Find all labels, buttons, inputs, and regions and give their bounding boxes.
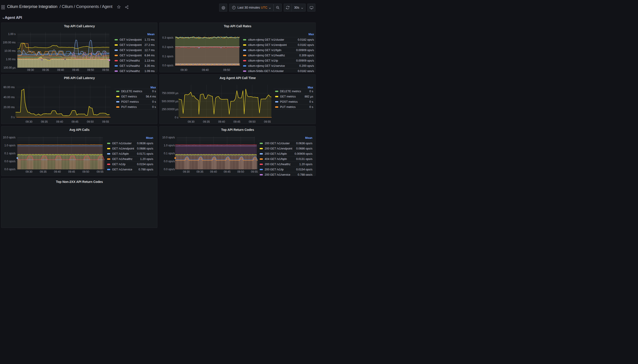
svg-text:09:45: 09:45	[233, 120, 240, 124]
svg-text:100.00 µs: 100.00 µs	[4, 66, 16, 69]
svg-text:09:35: 09:35	[42, 68, 49, 72]
svg-text:09:50: 09:50	[237, 170, 244, 173]
svg-text:09:40: 09:40	[218, 120, 225, 124]
svg-text:60.00 ms: 60.00 ms	[4, 86, 15, 89]
svg-text:1.00 s: 1.00 s	[8, 32, 16, 36]
svg-text:09:30: 09:30	[26, 120, 32, 124]
svg-text:09:45: 09:45	[72, 68, 79, 72]
svg-text:09:55: 09:55	[102, 68, 109, 72]
svg-text:09:40: 09:40	[54, 170, 61, 173]
svg-text:1.0 ops/s: 1.0 ops/s	[4, 144, 16, 147]
svg-text:09:55: 09:55	[264, 120, 271, 124]
svg-text:09:35: 09:35	[41, 120, 48, 124]
svg-text:0.1 ops/s: 0.1 ops/s	[4, 152, 16, 155]
svg-text:20.00 ms: 20.00 ms	[4, 106, 15, 109]
svg-text:09:50: 09:50	[87, 120, 94, 124]
svg-text:40.00 ms: 40.00 ms	[4, 96, 15, 99]
svg-text:10.0 ops/s: 10.0 ops/s	[162, 136, 175, 139]
svg-text:1.0 ops/s: 1.0 ops/s	[164, 144, 175, 147]
svg-text:09:55: 09:55	[251, 170, 258, 173]
svg-text:09:40: 09:40	[210, 170, 217, 173]
svg-text:0.0 ops/s: 0.0 ops/s	[164, 168, 175, 171]
svg-text:0 s: 0 s	[11, 116, 15, 119]
svg-text:09:35: 09:35	[40, 170, 47, 173]
svg-text:09:55: 09:55	[97, 170, 104, 173]
svg-text:1.00 ms: 1.00 ms	[6, 58, 16, 61]
svg-text:09:40: 09:40	[56, 120, 63, 124]
svg-text:09:30: 09:30	[180, 68, 187, 72]
svg-text:0.1 ops/s: 0.1 ops/s	[162, 55, 173, 58]
svg-text:09:50: 09:50	[82, 170, 89, 173]
svg-text:0.0 ops/s: 0.0 ops/s	[164, 160, 175, 163]
svg-text:0.0 ops/s: 0.0 ops/s	[4, 160, 16, 163]
svg-text:09:35: 09:35	[203, 120, 210, 124]
svg-text:09:50: 09:50	[87, 68, 94, 72]
svg-text:09:55: 09:55	[102, 120, 109, 124]
svg-text:09:30: 09:30	[183, 170, 190, 173]
svg-text:09:30: 09:30	[188, 120, 194, 124]
svg-text:250.00000 µs: 250.00000 µs	[162, 108, 178, 111]
svg-text:0.0 ops/s: 0.0 ops/s	[4, 168, 16, 171]
svg-text:10.0 ops/s: 10.0 ops/s	[3, 136, 16, 139]
svg-text:10.00 ms: 10.00 ms	[4, 49, 16, 52]
svg-text:0.2 ops/s: 0.2 ops/s	[162, 46, 173, 48]
svg-text:09:50: 09:50	[223, 68, 230, 72]
svg-text:09:30: 09:30	[26, 170, 32, 173]
svg-text:0.1 ops/s: 0.1 ops/s	[164, 152, 175, 155]
svg-text:09:35: 09:35	[196, 170, 203, 173]
svg-text:09:45: 09:45	[68, 170, 75, 173]
svg-text:09:40: 09:40	[57, 68, 64, 72]
svg-text:0.3 ops/s: 0.3 ops/s	[162, 36, 173, 39]
svg-text:100.00 ms: 100.00 ms	[3, 41, 16, 44]
svg-text:09:30: 09:30	[27, 68, 34, 72]
svg-text:0 s: 0 s	[175, 116, 178, 119]
svg-text:500.00000 µs: 500.00000 µs	[162, 100, 178, 103]
svg-text:0.0 ops/s: 0.0 ops/s	[162, 64, 173, 67]
svg-text:09:45: 09:45	[72, 120, 79, 124]
svg-text:09:40: 09:40	[202, 68, 209, 72]
svg-text:09:50: 09:50	[249, 120, 255, 124]
svg-text:750.00000 µs: 750.00000 µs	[162, 92, 178, 95]
svg-text:09:45: 09:45	[224, 170, 230, 173]
